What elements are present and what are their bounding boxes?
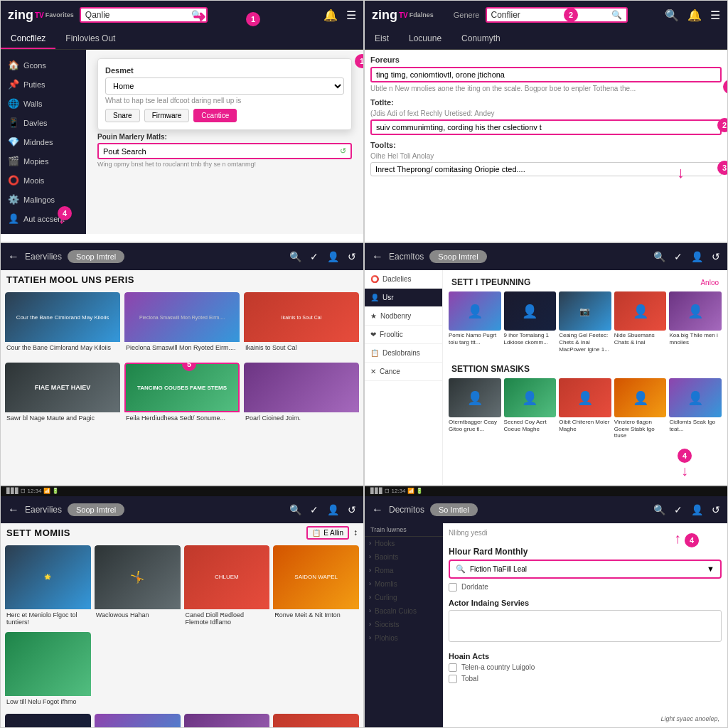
person-card-4[interactable]: 👤 Nide Sbuemans Chats & Inal xyxy=(614,291,667,353)
movie-title-1: Cour the Bane Cimlorand May Kiloiis xyxy=(5,342,120,354)
search-input-1[interactable]: Qanlie 🔍 xyxy=(80,7,208,23)
tree-item-plohios[interactable]: › Plohios xyxy=(365,631,443,645)
tree-item-momlis[interactable]: › Momlis xyxy=(365,577,443,591)
firmware-button[interactable]: Firmware xyxy=(144,109,190,122)
user-icon-5[interactable]: 👤 xyxy=(327,504,339,515)
checkbox-luigolo[interactable] xyxy=(449,663,457,672)
movie-card-3[interactable]: Ikainis to Sout Cal Ikainis to Sout Cal xyxy=(244,292,359,354)
sidebar-item-account[interactable]: 👤 Aut accsent xyxy=(1,209,86,228)
menu-icon-2[interactable]: ☰ xyxy=(710,9,720,22)
search-input-2[interactable]: Conflier 🔍 xyxy=(486,7,628,23)
tools-section: Toolts: Oihe Hel Toli Anolay Inrect Thep… xyxy=(370,141,722,176)
search-icon-3[interactable]: 🔍 xyxy=(289,251,301,262)
filter-btn[interactable]: 📋 E Allin xyxy=(306,526,349,540)
sidebar-item-settings[interactable]: ⚙️ Malingos xyxy=(1,190,86,209)
search-icon-4[interactable]: 🔍 xyxy=(653,251,665,262)
checkbox-dorldate[interactable] xyxy=(449,583,457,592)
sidebar-cance[interactable]: ✕ Cance xyxy=(365,363,442,381)
sidebar-nodbenry[interactable]: ★ Nodbenry xyxy=(365,307,442,326)
user-icon-3[interactable]: 👤 xyxy=(327,251,339,262)
check-icon-6[interactable]: ✓ xyxy=(674,504,682,515)
menu-icon[interactable]: ☰ xyxy=(346,9,356,22)
refresh-icon-5[interactable]: ↺ xyxy=(348,504,356,515)
person-card-7[interactable]: 👤 Secned Coy Aert Coeue Maghe xyxy=(504,378,557,439)
back-button-4[interactable]: ← xyxy=(372,250,383,263)
check-icon-4[interactable]: ✓ xyxy=(674,251,682,262)
tree-item-baoints[interactable]: › Baoints xyxy=(365,550,443,564)
tab-finlovies[interactable]: Finlovies Out xyxy=(55,29,125,49)
bell-icon-2[interactable]: 🔔 xyxy=(687,9,702,22)
user-icon-6[interactable]: 👤 xyxy=(691,504,703,515)
movie-card-bl-5[interactable]: Low till Nelu Fogot ifhmo xyxy=(5,632,91,708)
tab-concfilez[interactable]: Concfilez xyxy=(1,29,55,49)
sidebar-item-puties[interactable]: 📌 Puties xyxy=(1,75,86,94)
person-card-9[interactable]: 👤 Vinstero tlagon Goew Stabk Igo ttuse xyxy=(614,378,667,439)
movie-card-bl-1[interactable]: 🌟 Herc et Meniolo Flgoc tol tuntiers! xyxy=(5,545,91,629)
movie-card-bl-7[interactable]: 👤 xyxy=(95,714,181,728)
movie-card-bl-2[interactable]: 🤸 Waclowous Hahan xyxy=(95,545,181,629)
tree-item-siocists[interactable]: › Siocists xyxy=(365,618,443,631)
search-icon-top[interactable]: 🔍 xyxy=(665,9,679,22)
user-icon-4[interactable]: 👤 xyxy=(691,251,703,262)
movie-card-bl-3[interactable]: CHLUEM Caned Dioll Redloed Flemote Idfla… xyxy=(184,545,270,629)
more-link-1[interactable]: Anloo xyxy=(700,279,719,287)
movie-card-2[interactable]: Pieclona Smaswill Mon Ryoted Eirm.... Pi… xyxy=(124,292,240,354)
post-search-input[interactable]: Pout Search ↺ xyxy=(97,143,352,159)
tools-input[interactable]: Inrect Theprong/ comitasing Oriopie cted… xyxy=(370,162,722,176)
tree-item-curling[interactable]: › Curling xyxy=(365,591,443,604)
bell-icon[interactable]: 🔔 xyxy=(323,9,338,22)
checkbox-tobal[interactable] xyxy=(449,675,457,683)
filter-dropdown-main[interactable]: 🔍 Fiction TiaFill Leal ▼ xyxy=(449,560,722,579)
sort-icon[interactable]: ↕ xyxy=(353,528,358,537)
back-button-6[interactable]: ← xyxy=(372,503,383,516)
tree-item-hooks[interactable]: › Hooks xyxy=(365,537,443,550)
sidebar-item-gcons[interactable]: 🏠 Gcons xyxy=(1,55,86,75)
movie-card-bl-9[interactable] xyxy=(273,714,359,728)
movie-card-5[interactable]: TANCING COUSES FAME STEMS Feila Herdiudh… xyxy=(124,363,240,424)
refresh-icon-6[interactable]: ↺ xyxy=(712,504,720,515)
check-icon-5[interactable]: ✓ xyxy=(310,504,318,515)
check-icon-3[interactable]: ✓ xyxy=(310,251,318,262)
tree-item-bacaln[interactable]: › Bacaln Cuios xyxy=(365,604,443,618)
tab-eist[interactable]: Eist xyxy=(365,29,399,49)
person-card-5[interactable]: 👤 Koa big Thile men i mnolies xyxy=(669,291,722,353)
tab-conumyth[interactable]: Conumyth xyxy=(451,29,510,49)
person-card-3[interactable]: 📷 Ceaing Gel Feetec: Chets & Inal MacPow… xyxy=(559,291,611,353)
sidebar-frooltic[interactable]: ❤ Frooltic xyxy=(365,326,442,344)
refresh-icon-3[interactable]: ↺ xyxy=(348,251,356,262)
movie-card-bl-4[interactable]: SAIDON WAPEL Ronve Meit & Nit Imton xyxy=(273,545,359,629)
tab-locuune[interactable]: Locuune xyxy=(399,29,451,49)
sidebar-usr[interactable]: 👤 Usr xyxy=(365,289,442,307)
person-card-1[interactable]: 👤 Pomic Namo Pugrt tolu targ ttt... xyxy=(449,291,501,353)
share-button[interactable]: Snare xyxy=(105,109,140,122)
sidebar-item-mopies[interactable]: 🎬 Mopies xyxy=(1,151,86,171)
sidebar-deslobrains[interactable]: 📋 Deslobrains xyxy=(365,344,442,363)
sidebar-item-walls[interactable]: 🌐 Walls xyxy=(1,94,86,113)
person-card-2[interactable]: 👤 9 ihor Tomalang 1 Ldkiose ckomm... xyxy=(504,291,557,353)
logo-sub-2: Fdalnes xyxy=(410,11,434,18)
back-button-3[interactable]: ← xyxy=(8,250,19,263)
foreurs-input[interactable]: ting timg, coniomtiovtl, orone jtichona xyxy=(370,67,722,82)
person-card-6[interactable]: 👤 Oterntbagger Ceay Gitoo grue tl... xyxy=(449,378,501,439)
sidebar-daclelies[interactable]: ⭕ Daclelies xyxy=(365,270,442,289)
movie-card-bl-8[interactable] xyxy=(184,714,270,728)
back-button-5[interactable]: ← xyxy=(8,503,19,516)
customize-button[interactable]: Ccantice xyxy=(193,109,237,122)
refresh-icon-4[interactable]: ↺ xyxy=(712,251,720,262)
sidebar-item-midndes[interactable]: 💎 Midndes xyxy=(1,132,86,151)
refresh-icon[interactable]: ↺ xyxy=(340,146,346,156)
sidebar-item-moois[interactable]: ⭕ Moois xyxy=(1,171,86,190)
movie-card-1[interactable]: Cour the Bane Cimlorand May Kiloiis Cour… xyxy=(5,292,120,354)
person-card-10[interactable]: 👤 Cidlomts Seak Igo teat... xyxy=(669,378,722,439)
movie-card-4[interactable]: FIAE MAET HAIEV Sawr bl Nage Maute and P… xyxy=(5,363,120,424)
tree-item-roma[interactable]: › Roma xyxy=(365,564,443,577)
actor-textarea[interactable] xyxy=(449,610,722,642)
person-card-8[interactable]: 👤 Oibit Chiteren Moier Maghe xyxy=(559,378,611,439)
movie-card-bl-6[interactable]: Fangel xyxy=(5,714,91,728)
title-input[interactable]: suiv communimting, cording his ther csle… xyxy=(370,119,722,135)
search-icon-6[interactable]: 🔍 xyxy=(653,504,665,515)
movie-card-6[interactable]: Poarl Cioined Joim. xyxy=(244,363,359,424)
sidebar-item-davles[interactable]: 📱 Davles xyxy=(1,113,86,132)
home-select[interactable]: Home xyxy=(105,77,344,95)
search-icon-5[interactable]: 🔍 xyxy=(289,504,301,515)
